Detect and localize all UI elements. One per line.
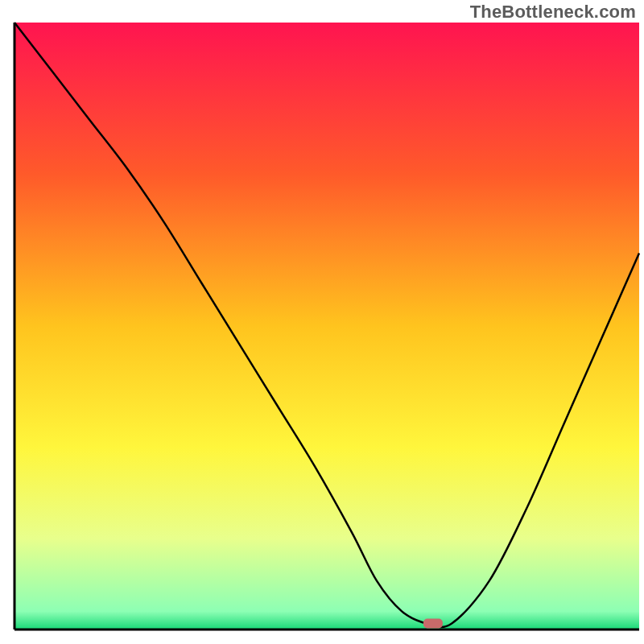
optimal-marker [423, 618, 443, 628]
watermark-text: TheBottleneck.com [470, 2, 636, 23]
plot-background [14, 23, 639, 630]
bottleneck-chart [0, 0, 644, 644]
chart-frame: TheBottleneck.com [0, 0, 644, 644]
